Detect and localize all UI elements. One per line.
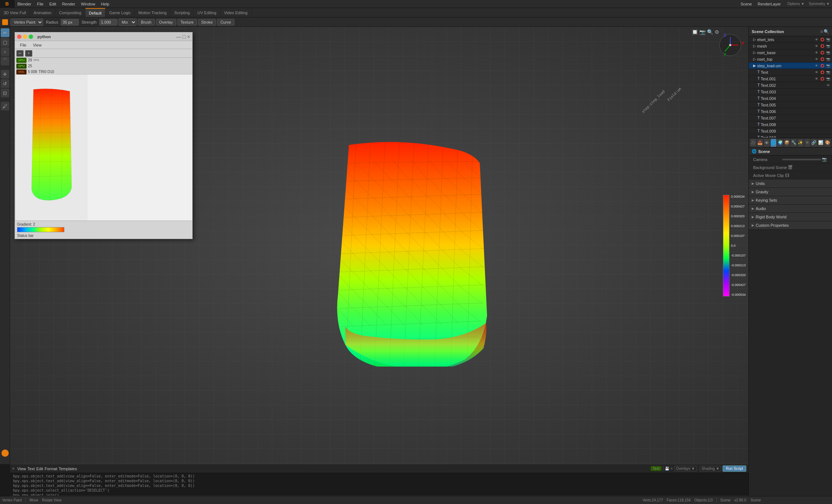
prop-icon-modifier[interactable]: 🔧 (791, 139, 797, 147)
mesh-vis-icon[interactable]: 👁 (814, 44, 819, 49)
prop-icon-material[interactable]: 🎨 (824, 139, 831, 147)
outliner-item-text006[interactable]: T Text.006 (749, 108, 832, 115)
elset-restrict-icon[interactable]: ⭕ (820, 37, 825, 42)
elset-vis-icon[interactable]: 👁 (814, 37, 819, 42)
mesh-restrict-icon[interactable]: ⭕ (820, 44, 825, 49)
step-vis-icon[interactable]: 👁 (814, 63, 819, 68)
outliner-item-mesh[interactable]: ▷ mesh 👁 ⭕ 📷 (749, 43, 832, 49)
python-menu-view[interactable]: View (30, 42, 45, 48)
mode-select[interactable]: Vertex Paint (11, 19, 43, 26)
camera-icon-btn[interactable]: 📷 (821, 156, 828, 163)
console-templates-label[interactable]: Templates (59, 467, 77, 471)
viewport-icon-dot[interactable]: ⚙ (715, 29, 719, 35)
nset-base-vis-icon[interactable]: 👁 (814, 50, 819, 55)
outliner-item-elset-tets[interactable]: ▷ elset_tets 👁 ⭕ 📷 (749, 36, 832, 43)
audio-header[interactable]: ▶ Audio (749, 205, 832, 213)
ws-tab-3d-view-full[interactable]: 3D View Full (0, 8, 30, 17)
custom-props-header[interactable]: ▶ Custom Properties (749, 221, 832, 229)
outliner-item-text002[interactable]: T Text.002 👁 (749, 82, 832, 89)
outliner-item-text009[interactable]: T Text.009 (749, 128, 832, 134)
outliner-filter-icon[interactable]: ≡ (820, 29, 823, 34)
radius-input[interactable]: 35 px (61, 19, 79, 25)
outliner-item-text005[interactable]: T Text.005 (749, 102, 832, 108)
python-min-btn[interactable] (23, 35, 27, 39)
shading-btn[interactable]: Shading ▼ (700, 466, 721, 471)
prop-icon-object[interactable]: 📦 (784, 139, 790, 147)
run-script-button[interactable]: Run Script (723, 465, 746, 472)
nset-top-vis-icon[interactable]: 👁 (814, 57, 819, 62)
tool-circle[interactable]: ○ (1, 47, 9, 56)
python-close-icon[interactable]: × (187, 34, 190, 40)
t001-vis[interactable]: 👁 (814, 76, 819, 81)
prop-icon-world[interactable]: 🌍 (777, 139, 783, 147)
console-format-label[interactable]: Format (45, 467, 57, 471)
prop-icon-data[interactable]: 📊 (818, 139, 824, 147)
prop-icon-particles[interactable]: ✨ (797, 139, 804, 147)
ws-tab-scripting[interactable]: Scripting (170, 8, 194, 17)
python-restore-icon[interactable]: — (176, 34, 181, 40)
prop-icon-physics[interactable]: ⚛ (804, 139, 811, 147)
outliner-item-nset-top[interactable]: ▷ nset_top 👁 ⭕ 📷 (749, 56, 832, 63)
prop-icon-render[interactable]: 🎥 (750, 139, 756, 147)
stroke-button[interactable]: Stroke (198, 19, 216, 25)
viewport-icon-lock[interactable]: 🔲 (692, 29, 698, 35)
python-menu-file[interactable]: File (17, 42, 29, 48)
color-indicator[interactable] (1, 449, 9, 457)
nset-top-restrict-icon[interactable]: ⭕ (820, 57, 825, 62)
outliner-item-text003[interactable]: T Text.003 (749, 89, 832, 95)
tool-select-box[interactable]: ▢ (1, 38, 9, 47)
units-header[interactable]: ▶ Units (749, 180, 832, 188)
viewport-icon-camera[interactable]: 📷 (699, 29, 706, 35)
menu-render[interactable]: Render (59, 1, 78, 7)
t001-render[interactable]: 📷 (825, 76, 831, 81)
camera-select-btn[interactable] (782, 159, 821, 160)
prop-icon-view[interactable]: 👁 (764, 139, 770, 147)
overlay-button[interactable]: Overlay (156, 19, 176, 25)
python-toolbar-close[interactable]: × (25, 50, 32, 57)
viewport-icon-search[interactable]: 🔍 (707, 29, 713, 35)
ws-tab-uv-editing[interactable]: UV Editing (194, 8, 220, 17)
python-max-btn[interactable] (29, 35, 33, 39)
gravity-header[interactable]: ▶ Gravity (749, 188, 832, 196)
text-vis-icon[interactable]: 👁 (814, 70, 819, 75)
elset-render-icon[interactable]: 📷 (825, 37, 831, 42)
menu-window[interactable]: Window (78, 1, 98, 7)
tool-move[interactable]: ✛ (1, 70, 9, 78)
text-restrict-icon[interactable]: ⭕ (820, 70, 825, 75)
strength-input[interactable]: 1.000 (99, 19, 117, 25)
tool-rotate[interactable]: ↺ (1, 79, 9, 88)
orientation-gizmo[interactable]: X Y Z (716, 31, 745, 60)
outliner-item-text007[interactable]: T Text.007 (749, 115, 832, 121)
prop-icon-constraints[interactable]: 🔗 (811, 139, 817, 147)
nset-base-restrict-icon[interactable]: ⭕ (820, 50, 825, 55)
menu-file[interactable]: File (34, 1, 47, 7)
t001-restrict[interactable]: ⭕ (820, 76, 825, 81)
ws-tab-default[interactable]: Default (85, 8, 106, 17)
python-close-btn[interactable] (17, 35, 21, 39)
mesh-render-icon[interactable]: 📷 (825, 44, 831, 49)
brush-button[interactable]: Brush (138, 19, 155, 25)
overlays-btn[interactable]: Overlays ▼ (674, 466, 697, 471)
menu-edit[interactable]: Edit (47, 1, 59, 7)
console-view-label[interactable]: View (17, 467, 26, 471)
prop-icon-scene[interactable]: 🌐 (771, 139, 777, 147)
python-toolbar-icon1[interactable]: ↩ (16, 50, 24, 57)
bg-scene-btn[interactable]: 🎬 (787, 164, 793, 171)
keying-sets-header[interactable]: ▶ Keying Sets (749, 196, 832, 204)
console-icon[interactable]: ≡ (12, 467, 15, 471)
outliner-item-nset-base[interactable]: ▷ nset_base 👁 ⭕ 📷 (749, 49, 832, 56)
console-save-icon[interactable]: 💾 (665, 467, 669, 471)
outliner-item-step-load-um[interactable]: ▶ step_load-um 👁 ⭕ 📷 (749, 63, 832, 69)
ws-tab-animation[interactable]: Animation (30, 8, 56, 17)
nset-base-render-icon[interactable]: 📷 (825, 50, 831, 55)
outliner-item-text[interactable]: T Text 👁 ⭕ 📷 (749, 69, 832, 76)
nset-top-render-icon[interactable]: 📷 (825, 57, 831, 62)
outliner-search-icon[interactable]: 🔍 (824, 29, 829, 34)
outliner-item-text001[interactable]: T Text.001 👁 ⭕ 📷 (749, 76, 832, 82)
mix-select[interactable]: Mix (118, 19, 137, 26)
console-edit-label[interactable]: Edit (36, 467, 43, 471)
step-render-icon[interactable]: 📷 (825, 63, 831, 68)
camera-value[interactable] (782, 159, 821, 160)
python-maximize-icon[interactable]: □ (182, 34, 185, 40)
outliner-item-text008[interactable]: T Text.008 (749, 121, 832, 128)
